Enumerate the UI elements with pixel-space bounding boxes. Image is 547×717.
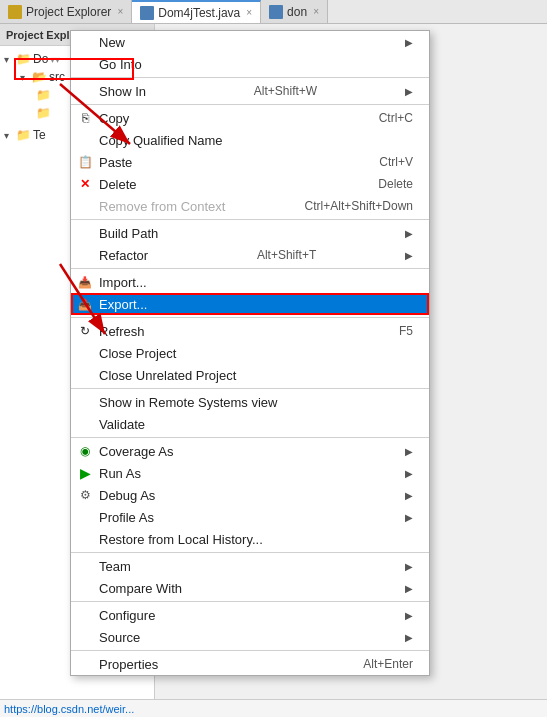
menu-label-coverage-as: Coverage As bbox=[99, 444, 173, 459]
menu-item-close-project[interactable]: Close Project bbox=[71, 342, 429, 364]
menu-label-import: Import... bbox=[99, 275, 147, 290]
tree-label-src: src bbox=[49, 70, 65, 84]
menu-label-build-path: Build Path bbox=[99, 226, 158, 241]
menu-item-run-as[interactable]: ▶ Run As ▶ bbox=[71, 462, 429, 484]
menu-item-refresh[interactable]: ↻ Refresh F5 bbox=[71, 320, 429, 342]
separator-3 bbox=[71, 219, 429, 220]
tab-bar: Project Explorer × Dom4jTest.java × don … bbox=[0, 0, 547, 24]
submenu-arrow-configure: ▶ bbox=[405, 610, 413, 621]
java-file-icon-2 bbox=[269, 5, 283, 19]
menu-label-remove-context: Remove from Context bbox=[99, 199, 225, 214]
delete-icon: ✕ bbox=[77, 176, 93, 192]
menu-item-coverage-as[interactable]: ◉ Coverage As ▶ bbox=[71, 440, 429, 462]
submenu-arrow-team: ▶ bbox=[405, 561, 413, 572]
copy-icon: ⎘ bbox=[77, 110, 93, 126]
separator-6 bbox=[71, 388, 429, 389]
menu-label-copy: Copy bbox=[99, 111, 129, 126]
menu-label-go-into: Go Into bbox=[99, 57, 142, 72]
tab-close-explorer[interactable]: × bbox=[117, 6, 123, 17]
menu-item-refactor[interactable]: Refactor Alt+Shift+T ▶ bbox=[71, 244, 429, 266]
menu-item-show-in[interactable]: Show In Alt+Shift+W ▶ bbox=[71, 80, 429, 102]
folder-icon-src: 📂 bbox=[32, 70, 46, 84]
menu-label-source: Source bbox=[99, 630, 140, 645]
submenu-arrow-new: ▶ bbox=[405, 37, 413, 48]
menu-label-refactor: Refactor bbox=[99, 248, 148, 263]
do-ellipsis: ▾▾ bbox=[50, 54, 60, 65]
menu-label-restore-history: Restore from Local History... bbox=[99, 532, 263, 547]
separator-2 bbox=[71, 104, 429, 105]
menu-item-paste[interactable]: 📋 Paste Ctrl+V bbox=[71, 151, 429, 173]
menu-item-delete[interactable]: ✕ Delete Delete bbox=[71, 173, 429, 195]
shortcut-remove-context: Ctrl+Alt+Shift+Down bbox=[305, 199, 413, 213]
menu-item-restore-history[interactable]: Restore from Local History... bbox=[71, 528, 429, 550]
separator-9 bbox=[71, 601, 429, 602]
tree-label-te: Te bbox=[33, 128, 46, 142]
separator-7 bbox=[71, 437, 429, 438]
shortcut-refactor: Alt+Shift+T bbox=[257, 248, 316, 262]
menu-item-remove-context[interactable]: Remove from Context Ctrl+Alt+Shift+Down bbox=[71, 195, 429, 217]
menu-item-import[interactable]: 📥 Import... bbox=[71, 271, 429, 293]
menu-label-new: New bbox=[99, 35, 125, 50]
tab-close-dom4j[interactable]: × bbox=[246, 7, 252, 18]
refresh-icon: ↻ bbox=[77, 323, 93, 339]
expand-arrow-src: ▾ bbox=[20, 72, 30, 83]
menu-label-close-project: Close Project bbox=[99, 346, 176, 361]
tab-dom4j[interactable]: Dom4jTest.java × bbox=[132, 0, 261, 23]
menu-label-show-in: Show In bbox=[99, 84, 146, 99]
project-icon-te: 📁 bbox=[16, 128, 30, 142]
submenu-arrow-debug: ▶ bbox=[405, 490, 413, 501]
submenu-arrow-build-path: ▶ bbox=[405, 228, 413, 239]
menu-label-paste: Paste bbox=[99, 155, 132, 170]
java-file-icon bbox=[140, 6, 154, 20]
menu-label-validate: Validate bbox=[99, 417, 145, 432]
menu-item-close-unrelated[interactable]: Close Unrelated Project bbox=[71, 364, 429, 386]
menu-label-run-as: Run As bbox=[99, 466, 141, 481]
tab-label-explorer: Project Explorer bbox=[26, 5, 111, 19]
paste-icon: 📋 bbox=[77, 154, 93, 170]
explorer-icon bbox=[8, 5, 22, 19]
menu-label-team: Team bbox=[99, 559, 131, 574]
menu-label-debug-as: Debug As bbox=[99, 488, 155, 503]
menu-item-copy[interactable]: ⎘ Copy Ctrl+C bbox=[71, 107, 429, 129]
menu-item-profile-as[interactable]: Profile As ▶ bbox=[71, 506, 429, 528]
menu-item-properties[interactable]: Properties Alt+Enter bbox=[71, 653, 429, 675]
submenu-arrow-profile: ▶ bbox=[405, 512, 413, 523]
menu-item-export[interactable]: 📤 Export... bbox=[71, 293, 429, 315]
submenu-arrow-run: ▶ bbox=[405, 468, 413, 479]
menu-item-source[interactable]: Source ▶ bbox=[71, 626, 429, 648]
menu-item-compare-with[interactable]: Compare With ▶ bbox=[71, 577, 429, 599]
menu-label-profile-as: Profile As bbox=[99, 510, 154, 525]
menu-label-refresh: Refresh bbox=[99, 324, 145, 339]
tab-project-explorer[interactable]: Project Explorer × bbox=[0, 0, 132, 23]
menu-label-show-remote: Show in Remote Systems view bbox=[99, 395, 277, 410]
shortcut-show-in: Alt+Shift+W bbox=[254, 84, 317, 98]
export-icon: 📤 bbox=[77, 296, 93, 312]
url-bar: https://blog.csdn.net/weir... bbox=[0, 699, 547, 717]
menu-label-delete: Delete bbox=[99, 177, 137, 192]
menu-item-validate[interactable]: Validate bbox=[71, 413, 429, 435]
menu-item-show-remote[interactable]: Show in Remote Systems view bbox=[71, 391, 429, 413]
menu-label-export: Export... bbox=[99, 297, 147, 312]
menu-item-build-path[interactable]: Build Path ▶ bbox=[71, 222, 429, 244]
menu-label-copy-qualified: Copy Qualified Name bbox=[99, 133, 223, 148]
context-menu: New ▶ Go Into Show In Alt+Shift+W ▶ ⎘ Co… bbox=[70, 30, 430, 676]
menu-item-go-into[interactable]: Go Into bbox=[71, 53, 429, 75]
menu-item-new[interactable]: New ▶ bbox=[71, 31, 429, 53]
tab-don[interactable]: don × bbox=[261, 0, 328, 23]
tab-close-don[interactable]: × bbox=[313, 6, 319, 17]
submenu-arrow-coverage: ▶ bbox=[405, 446, 413, 457]
url-text: https://blog.csdn.net/weir... bbox=[4, 703, 134, 715]
shortcut-delete: Delete bbox=[378, 177, 413, 191]
tab-label-don: don bbox=[287, 5, 307, 19]
menu-item-copy-qualified[interactable]: Copy Qualified Name bbox=[71, 129, 429, 151]
submenu-arrow-refactor: ▶ bbox=[405, 250, 413, 261]
debug-icon: ⚙ bbox=[77, 487, 93, 503]
menu-item-debug-as[interactable]: ⚙ Debug As ▶ bbox=[71, 484, 429, 506]
menu-item-configure[interactable]: Configure ▶ bbox=[71, 604, 429, 626]
separator-10 bbox=[71, 650, 429, 651]
nested-icon-2: 📁 bbox=[36, 106, 50, 120]
menu-label-properties: Properties bbox=[99, 657, 158, 672]
shortcut-properties: Alt+Enter bbox=[363, 657, 413, 671]
separator-1 bbox=[71, 77, 429, 78]
menu-item-team[interactable]: Team ▶ bbox=[71, 555, 429, 577]
